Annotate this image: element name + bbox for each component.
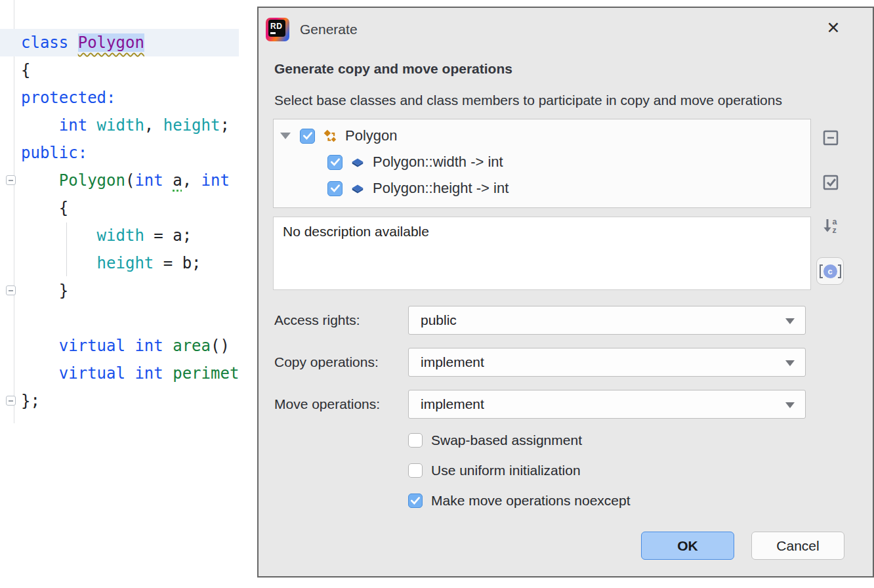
option-label: Make move operations noexcept (431, 493, 631, 509)
cancel-button[interactable]: Cancel (751, 532, 844, 560)
sort-alphabetically-icon: a z (821, 216, 841, 236)
move-noexcept-option[interactable]: Make move operations noexcept (408, 493, 631, 509)
tree-checkbox[interactable] (327, 155, 343, 170)
move-operations-label: Move operations: (274, 396, 380, 412)
unselect-all-button[interactable] (820, 127, 841, 148)
close-icon[interactable]: ✕ (824, 18, 843, 37)
dialog-heading: Generate copy and move operations (274, 61, 512, 77)
tree-checkbox[interactable] (327, 181, 343, 196)
select-all-icon (821, 173, 841, 192)
class-icon (323, 129, 337, 143)
svg-text:a: a (833, 217, 838, 226)
collapse-icon (821, 128, 841, 148)
copy-operations-dropdown[interactable]: implement (408, 348, 806, 377)
access-rights-dropdown[interactable]: public (408, 306, 806, 335)
generate-dialog: RD Generate ✕ Generate copy and move ope… (257, 7, 874, 578)
checkbox[interactable] (408, 494, 423, 508)
dropdown-value: public (421, 312, 457, 328)
chevron-down-icon (785, 360, 795, 366)
tree-item-label: Polygon::height -> int (373, 180, 509, 197)
c-in-brackets-icon: c (823, 264, 837, 278)
dropdown-value: implement (421, 396, 484, 412)
chevron-down-icon[interactable] (280, 133, 291, 139)
ok-button[interactable]: OK (641, 532, 734, 560)
rider-logo-icon: RD (266, 18, 289, 41)
move-operations-dropdown[interactable]: implement (408, 390, 806, 419)
rider-logo-text: RD (270, 22, 282, 30)
chevron-down-icon (785, 318, 795, 324)
tree-row-height[interactable]: Polygon::height -> int (274, 175, 810, 201)
tree-item-label: Polygon (345, 127, 398, 144)
option-label: Use uniform initialization (431, 463, 581, 478)
dialog-subtitle: Select base classes and class members to… (274, 93, 782, 108)
sort-alphabetically-button[interactable]: a z (820, 215, 841, 236)
description-text: No description available (283, 224, 429, 239)
members-tree: Polygon Polygon::width -> int (273, 119, 811, 208)
checkbox[interactable] (408, 463, 423, 478)
copy-reference-button[interactable]: c (816, 257, 844, 285)
code-lines[interactable]: class Polygon{protected: int width, heig… (21, 29, 239, 415)
tree-row-width[interactable]: Polygon::width -> int (274, 149, 810, 175)
right-bracket-icon (838, 264, 841, 278)
dialog-titlebar[interactable]: RD Generate (266, 18, 358, 41)
option-label: Swap-based assignment (431, 432, 582, 448)
uniform-initialization-option[interactable]: Use uniform initialization (408, 463, 581, 478)
svg-text:z: z (833, 226, 837, 235)
swap-based-assignment-option[interactable]: Swap-based assignment (408, 432, 582, 448)
tree-row-polygon[interactable]: Polygon (274, 123, 810, 149)
tree-checkbox[interactable] (300, 129, 315, 144)
left-bracket-icon (820, 264, 823, 278)
checkbox[interactable] (408, 433, 423, 448)
tree-item-label: Polygon::width -> int (373, 154, 503, 171)
dialog-title: Generate (300, 22, 358, 37)
field-icon (350, 181, 365, 196)
copy-operations-label: Copy operations: (274, 354, 379, 370)
select-all-button[interactable] (820, 172, 841, 193)
field-icon (350, 155, 365, 169)
access-rights-label: Access rights: (274, 312, 360, 328)
dropdown-value: implement (421, 354, 484, 370)
chevron-down-icon (785, 402, 795, 408)
description-box: No description available (273, 217, 811, 290)
